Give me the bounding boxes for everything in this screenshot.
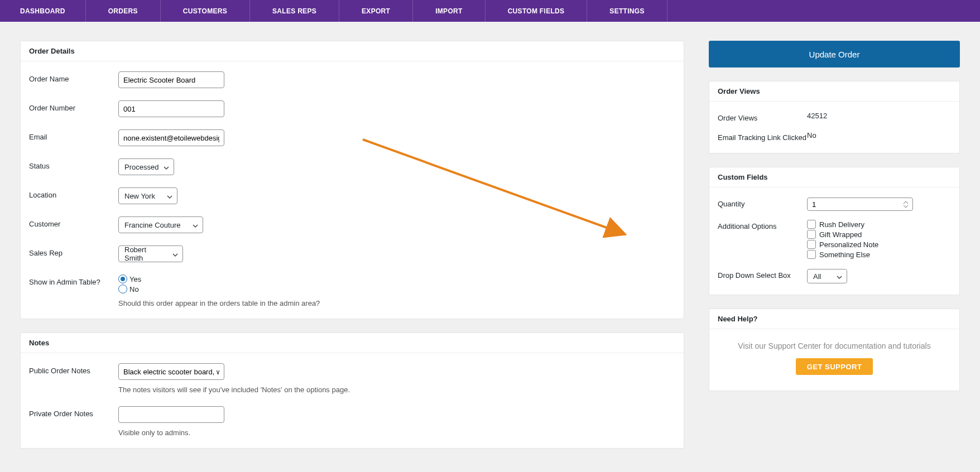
checkbox-gift-wrapped[interactable] [807,230,816,239]
order-details-header: Order Details [21,41,684,61]
main-nav: DASHBOARD ORDERS CUSTOMERS SALES REPS EX… [0,0,980,22]
update-order-button[interactable]: Update Order [709,41,960,68]
location-label: Location [29,187,118,199]
order-views-card: Order Views Order Views 42512 Email Trac… [709,81,960,153]
show-admin-label: Show in Admin Table? [29,274,118,286]
status-label: Status [29,158,118,170]
notes-card: Notes Public Order Notes The notes visit… [20,333,684,449]
need-help-header: Need Help? [709,309,959,329]
nav-import[interactable]: IMPORT [413,0,485,22]
private-notes-label: Private Order Notes [29,406,118,418]
public-notes-input[interactable] [118,363,224,380]
email-input[interactable] [118,129,224,146]
order-number-label: Order Number [29,100,118,112]
quantity-stepper[interactable] [807,198,913,211]
private-notes-input[interactable] [118,406,224,423]
order-views-value: 42512 [807,112,951,120]
show-admin-no-label: No [129,285,139,293]
status-select[interactable]: Processed [118,158,174,175]
quantity-input[interactable] [812,200,901,209]
nav-orders[interactable]: ORDERS [86,0,161,22]
location-select-value: New York [124,192,155,200]
customer-label: Customer [29,216,118,228]
checkbox-rush-delivery[interactable] [807,220,816,229]
checkbox-personalized-note[interactable] [807,240,816,249]
email-tracking-value: No [807,131,951,139]
order-name-input[interactable] [118,71,224,88]
custom-fields-card: Custom Fields Quantity [709,167,960,295]
sales-rep-select-value: Robert Smith [124,245,166,262]
status-select-value: Processed [124,163,158,171]
checkbox-gift-wrapped-label: Gift Wrapped [819,230,862,239]
email-tracking-label: Email Tracking Link Clicked [718,131,807,142]
chevron-down-icon [837,273,842,279]
public-notes-label: Public Order Notes [29,363,118,375]
sales-rep-select[interactable]: Robert Smith [118,245,183,262]
checkbox-something-else-label: Something Else [819,251,870,259]
nav-export[interactable]: EXPORT [339,0,413,22]
show-admin-radio-no[interactable] [118,285,127,293]
checkbox-personalized-note-label: Personalized Note [819,240,878,249]
nav-dashboard[interactable]: DASHBOARD [0,0,86,22]
notes-header: Notes [21,333,684,353]
customer-select-value: Francine Couture [124,221,180,229]
nav-settings[interactable]: SETTINGS [587,0,667,22]
nav-customers[interactable]: CUSTOMERS [161,0,250,22]
show-admin-yes-label: Yes [129,275,141,283]
dropdown-select[interactable]: All [807,269,847,283]
chevron-down-icon [193,222,198,228]
order-details-card: Order Details Order Name Order Number Em… [20,41,684,319]
custom-fields-header: Custom Fields [709,167,959,187]
support-text: Visit our Support Center for documentati… [709,329,959,358]
checkbox-rush-delivery-label: Rush Delivery [819,220,864,229]
chevron-down-icon [164,164,169,170]
nav-custom-fields[interactable]: CUSTOM FIELDS [486,0,588,22]
stepper-arrows-icon [903,199,911,209]
show-admin-radio-yes[interactable] [118,274,127,283]
customer-select[interactable]: Francine Couture [118,216,203,233]
sales-rep-label: Sales Rep [29,245,118,257]
checkbox-something-else[interactable] [807,250,816,259]
chevron-down-icon [167,193,172,199]
show-admin-helper: Should this order appear in the orders t… [118,299,675,307]
public-notes-helper: The notes visitors will see if you've in… [118,386,675,394]
location-select[interactable]: New York [118,187,177,204]
order-number-input[interactable] [118,100,224,117]
need-help-card: Need Help? Visit our Support Center for … [709,309,960,391]
email-label: Email [29,129,118,141]
chevron-down-icon [172,251,178,257]
private-notes-helper: Visible only to admins. [118,428,675,437]
order-views-header: Order Views [709,81,959,102]
nav-sales-reps[interactable]: SALES REPS [250,0,339,22]
quantity-label: Quantity [718,198,807,208]
additional-options-label: Additional Options [718,220,807,230]
order-views-label: Order Views [718,112,807,122]
order-name-label: Order Name [29,71,118,83]
dropdown-label: Drop Down Select Box [718,269,807,280]
dropdown-select-value: All [813,272,821,281]
get-support-button[interactable]: GET SUPPORT [796,358,873,375]
